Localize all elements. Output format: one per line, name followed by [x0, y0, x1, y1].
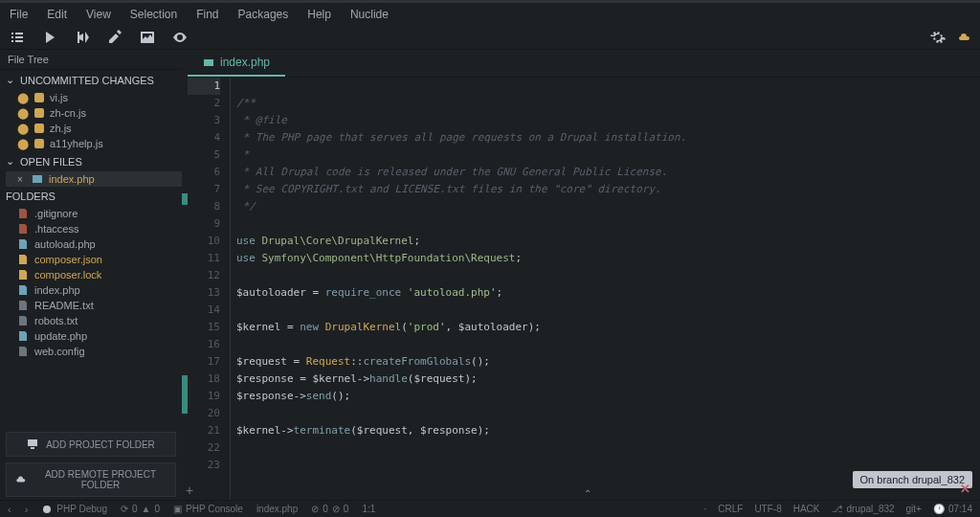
- folder-item[interactable]: .htaccess: [6, 221, 182, 236]
- encoding-status[interactable]: UTF-8: [754, 504, 781, 514]
- git-file-icon: [17, 208, 29, 219]
- php-file-icon: [17, 284, 29, 296]
- php-file-icon: [17, 330, 29, 342]
- folder-item[interactable]: autoload.php: [6, 236, 182, 252]
- folder-item[interactable]: update.php: [6, 328, 182, 344]
- scroll-up-icon[interactable]: ⌃: [584, 488, 591, 499]
- gear-icon[interactable]: [930, 30, 946, 45]
- folder-item[interactable]: composer.json: [6, 252, 182, 267]
- php-debug-status[interactable]: PHP Debug: [41, 504, 107, 515]
- php-file-icon: [17, 238, 29, 250]
- chevron-down-icon: ⌄: [6, 155, 14, 168]
- editor-area: index.php 123456789101112131415161718192…: [188, 50, 980, 503]
- sidebar: File Tree ⌄ UNCOMMITTED CHANGES ⬤vi.js⬤z…: [0, 50, 182, 503]
- js-file-icon: [34, 139, 44, 148]
- menu-selection[interactable]: Selection: [126, 6, 181, 23]
- close-icon[interactable]: ×: [17, 174, 26, 185]
- menu-file[interactable]: File: [6, 6, 32, 23]
- menu-nuclide[interactable]: Nuclide: [346, 6, 392, 23]
- uncommitted-item[interactable]: ⬤a11yhelp.js: [6, 136, 182, 151]
- nav-fwd-button[interactable]: ›: [25, 504, 29, 515]
- txt-file-icon: [17, 300, 29, 311]
- status-dot: ·: [703, 504, 706, 514]
- folder-list: .gitignore.htaccessautoload.phpcomposer.…: [0, 206, 182, 359]
- add-project-folder-button[interactable]: ADD PROJECT FOLDER: [6, 432, 176, 457]
- branch-tooltip: On branch drupal_832: [853, 471, 972, 488]
- xml-file-icon: [17, 346, 29, 357]
- folder-item[interactable]: .gitignore: [6, 206, 182, 221]
- php-file-icon: [32, 173, 43, 185]
- cloud-icon[interactable]: [955, 30, 970, 45]
- txt-file-icon: [17, 315, 29, 326]
- line-ending-status[interactable]: CRLF: [718, 504, 743, 514]
- debug-step-icon[interactable]: [75, 30, 90, 45]
- language-mode-status[interactable]: HACK: [793, 504, 820, 514]
- folder-item[interactable]: robots.txt: [6, 313, 182, 328]
- code-area[interactable]: /** * @file * The PHP page that serves a…: [230, 78, 980, 503]
- bug-icon: [41, 504, 53, 515]
- status-filename[interactable]: index.php: [256, 504, 298, 514]
- monitor-icon: [27, 438, 38, 450]
- image-icon[interactable]: [140, 30, 155, 45]
- menu-help[interactable]: Help: [303, 6, 335, 23]
- modified-dot-icon: ⬤: [17, 123, 29, 134]
- php-console-status[interactable]: ▣ PHP Console: [173, 504, 243, 514]
- file-tree-title: File Tree: [0, 50, 182, 70]
- git-plus-status[interactable]: git+: [906, 504, 922, 514]
- git-file-icon: [17, 223, 29, 235]
- eye-icon[interactable]: [172, 30, 188, 45]
- tab-index-php[interactable]: index.php: [188, 50, 285, 77]
- folder-item[interactable]: README.txt: [6, 298, 182, 313]
- js-file-icon: [34, 93, 44, 102]
- clock-status: 🕐07:14: [933, 504, 972, 514]
- cloud-icon: [14, 474, 26, 485]
- js-file-icon: [34, 108, 44, 118]
- uncommitted-list: ⬤vi.js⬤zh-cn.js⬤zh.js⬤a11yhelp.js: [0, 90, 182, 151]
- uncommitted-item[interactable]: ⬤zh.js: [6, 121, 182, 136]
- uncommitted-item[interactable]: ⬤vi.js: [6, 90, 182, 105]
- section-open-files[interactable]: ⌄ OPEN FILES: [0, 151, 182, 171]
- edit-icon[interactable]: [107, 30, 122, 45]
- git-branch-status[interactable]: ⎇ drupal_832: [832, 504, 895, 514]
- status-bar: ‹ › PHP Debug ⟳ 0 ▲ 0 ▣ PHP Console inde…: [0, 500, 980, 517]
- uncommitted-item[interactable]: ⬤zh-cn.js: [6, 105, 182, 121]
- cursor-position[interactable]: 1:1: [362, 504, 375, 514]
- openfiles-list: ×index.php: [0, 171, 182, 187]
- diagnostics-status[interactable]: ⊘0 ⊘0: [311, 504, 348, 514]
- menu-find[interactable]: Find: [192, 6, 222, 23]
- add-tab-button[interactable]: +: [186, 483, 193, 498]
- folder-item[interactable]: index.php: [6, 282, 182, 298]
- tab-bar: index.php: [188, 50, 980, 78]
- modified-dot-icon: ⬤: [17, 107, 29, 119]
- json-file-icon: [17, 254, 29, 265]
- modified-dot-icon: ⬤: [17, 92, 29, 103]
- section-folders[interactable]: FOLDERS: [0, 187, 182, 206]
- folder-item[interactable]: composer.lock: [6, 267, 182, 282]
- menu-view[interactable]: View: [82, 6, 115, 23]
- line-gutter: 1234567891011121314151617181920212223: [188, 78, 230, 503]
- menu-edit[interactable]: Edit: [43, 6, 71, 23]
- play-icon[interactable]: [42, 30, 57, 45]
- toolbar: [0, 26, 980, 50]
- folder-item[interactable]: web.config: [6, 344, 182, 359]
- menu-packages[interactable]: Packages: [234, 6, 293, 23]
- list-icon[interactable]: [10, 30, 25, 45]
- nav-back-button[interactable]: ‹: [8, 504, 11, 515]
- menu-bar: FileEditViewSelectionFindPackagesHelpNuc…: [0, 0, 980, 26]
- close-notification-icon[interactable]: ✕: [960, 482, 970, 496]
- sync-status[interactable]: ⟳ 0 ▲ 0: [121, 504, 160, 514]
- modified-dot-icon: ⬤: [17, 138, 29, 149]
- json-file-icon: [17, 269, 29, 281]
- open-file-item[interactable]: ×index.php: [6, 171, 182, 187]
- js-file-icon: [34, 124, 44, 133]
- add-remote-folder-button[interactable]: ADD REMOTE PROJECT FOLDER: [6, 462, 176, 497]
- php-file-icon: [203, 56, 214, 68]
- svg-point-0: [43, 506, 51, 513]
- section-uncommitted[interactable]: ⌄ UNCOMMITTED CHANGES: [0, 70, 182, 90]
- chevron-down-icon: ⌄: [6, 74, 14, 86]
